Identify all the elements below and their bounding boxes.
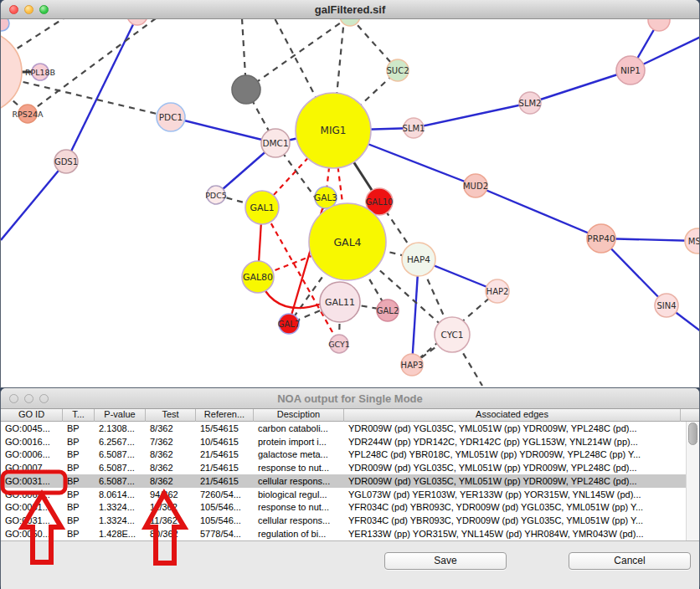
node-label: PRP40 (587, 233, 615, 243)
network-window: RPL18BRPS24AGDS1PDC1MIG1SUC2SLM1DMC1PDC5… (1, 0, 699, 387)
node-label: GAL80 (243, 272, 273, 283)
close-icon[interactable] (9, 394, 18, 403)
edge-blue (414, 103, 530, 128)
table-cell: 21/54615 (196, 449, 254, 459)
table-row[interactable]: GO:0065...BP8.0614...94/3627260/54...bio… (1, 488, 699, 501)
table-cell: BP (63, 476, 95, 486)
column-header[interactable]: T... (63, 408, 95, 422)
table-cell: 6.5087... (95, 463, 146, 473)
table-row[interactable]: GO:0031...BP1.3324...11/362105/546...cel… (1, 514, 699, 527)
column-header[interactable]: Referen... (196, 408, 254, 422)
minimize-icon[interactable] (24, 5, 33, 14)
node-label: MSN (688, 237, 699, 246)
node-label: GAL7 (278, 320, 301, 329)
table-cell: 1.3324... (95, 515, 146, 525)
table-cell: GO:0045... (1, 423, 63, 433)
column-header[interactable]: Test (146, 408, 196, 422)
network-canvas[interactable]: RPL18BRPS24AGDS1PDC1MIG1SUC2SLM1DMC1PDC5… (1, 0, 699, 387)
node-label: RPS24A (13, 110, 44, 119)
table-cell: YER133W (pp) YOR315W, YNL145W (pd) YHR08… (344, 529, 681, 539)
table-cell: 8.0614... (95, 489, 146, 499)
table-cell: 21/54615 (196, 476, 254, 486)
node-label: GAL10 (366, 197, 394, 207)
table-cell: protein import i... (254, 437, 344, 447)
table-cell: cellular respons... (254, 515, 344, 525)
table-cell: 1.3324... (95, 502, 146, 512)
column-header[interactable]: Associated edges (344, 408, 681, 422)
table-cell: 80/362 (146, 529, 196, 539)
table-cell: 15/54615 (196, 423, 254, 433)
table-cell: carbon cataboli... (254, 423, 344, 433)
table-row[interactable]: GO:0007...BP6.5087...8/36221/54615respon… (1, 461, 699, 474)
edge-blue (66, 16, 137, 161)
table-cell: 6.2567... (95, 437, 146, 447)
table-cell: 8/362 (146, 423, 196, 433)
table-cell: BP (63, 463, 95, 473)
table-cell: regulation of bi... (254, 529, 344, 539)
node-label: HAP4 (407, 254, 430, 264)
table-body: GO:0045...BP2.1308...8/36215/54615carbon… (1, 422, 699, 540)
table-cell: 11/362 (146, 502, 196, 512)
node-label: SUC2 (386, 66, 409, 75)
minimize-icon[interactable] (24, 394, 33, 403)
footer-bar: Save Cancel (1, 540, 699, 589)
table-row[interactable]: GO:0045...BP2.1308...8/36215/54615carbon… (1, 422, 699, 435)
table-header: GO IDT...P-valueTestReferen...Desciption… (1, 408, 699, 422)
node-label: GDS1 (54, 157, 78, 166)
column-header[interactable]: Desciption (254, 408, 344, 422)
table-cell: YFR034C (pd) YBR093C, YDR009W (pd) YGL03… (344, 502, 681, 512)
close-icon[interactable] (9, 5, 18, 14)
column-header[interactable]: GO ID (1, 408, 63, 422)
edge-blue (1, 161, 66, 240)
column-header[interactable]: P-value (95, 408, 146, 422)
table-row[interactable]: GO:0031...BP1.3324...11/362105/546...res… (1, 501, 699, 515)
table-cell: 8/362 (146, 449, 196, 459)
noa-titlebar[interactable]: NOA output for Single Mode (1, 388, 699, 409)
table-cell: YDR009W (pd) YGL035C, YML051W (pp) YDR00… (344, 463, 681, 473)
table-cell: GO:0016... (1, 437, 63, 447)
table-cell: YDR009W (pd) YGL035C, YML051W (pp) YDR00… (344, 476, 681, 486)
table-cell: YGL073W (pd) YER103W, YER133W (pp) YOR31… (344, 489, 681, 499)
table-cell: YFR034C (pd) YBR093C, YDR009W (pd) YGL03… (344, 515, 681, 525)
table-row[interactable]: GO:0016...BP6.2567...7/36210/54615protei… (1, 435, 699, 448)
table-cell: BP (63, 502, 95, 512)
vertical-scrollbar[interactable] (686, 422, 699, 540)
table-row[interactable]: GO:0006...BP6.5087...8/36221/54615galact… (1, 448, 699, 462)
node-unlabeled[interactable] (232, 75, 260, 104)
table-cell: GO:0031... (1, 476, 63, 486)
cancel-button[interactable]: Cancel (569, 552, 691, 570)
node-unlabeled[interactable] (1, 31, 22, 113)
node-label: PDC5 (205, 191, 227, 200)
table-cell: 6.5087... (95, 449, 146, 459)
table-cell: 2.1308... (95, 423, 146, 433)
node-label: NIP1 (620, 65, 641, 75)
node-label: SLM1 (403, 124, 425, 133)
scrollbar-thumb[interactable] (688, 423, 697, 445)
table-cell: 94/362 (146, 489, 196, 499)
node-label: PDC1 (159, 112, 183, 122)
zoom-icon[interactable] (39, 394, 49, 403)
zoom-icon[interactable] (39, 5, 49, 14)
table-cell: 8/362 (146, 463, 196, 473)
node-label: MIG1 (321, 125, 347, 136)
node-label: GCY1 (328, 340, 350, 349)
table-cell: 1.428E... (95, 529, 146, 539)
node-label: HAP2 (486, 287, 509, 296)
table-row[interactable]: GO:0050...BP1.428E...80/3625778/54...reg… (1, 527, 699, 540)
table-cell: 21/54615 (196, 463, 254, 473)
node-label: RPL18B (25, 68, 55, 77)
node-label: MUD2 (463, 182, 488, 191)
node-label: SIN4 (656, 301, 676, 310)
table-row[interactable]: GO:0031...BP6.5087...8/36221/54615cellul… (1, 474, 699, 488)
table-cell: 11/362 (146, 515, 196, 525)
save-button[interactable]: Save (384, 552, 507, 570)
table-cell: GO:0006... (1, 449, 63, 459)
table-cell: GO:0031... (1, 502, 63, 512)
edge-blue (476, 186, 601, 238)
network-titlebar[interactable]: galFiltered.sif (1, 0, 699, 19)
table-cell: BP (63, 449, 95, 459)
edge-blue (171, 117, 275, 143)
table-cell: galactose meta... (254, 449, 344, 459)
table-cell: GO:0031... (1, 515, 63, 525)
table-cell: BP (63, 515, 95, 525)
